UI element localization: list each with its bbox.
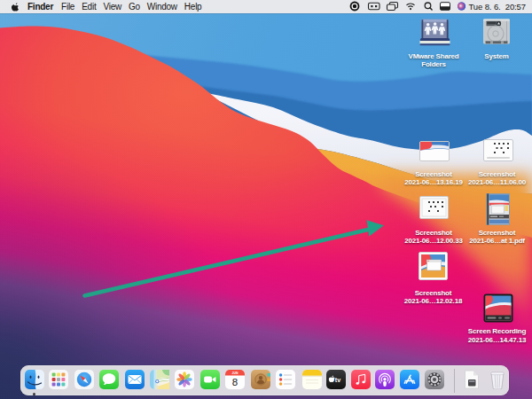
svg-text:tv: tv [335,376,340,384]
svg-text:8: 8 [232,377,238,387]
svg-text:JUN: JUN [232,372,239,375]
